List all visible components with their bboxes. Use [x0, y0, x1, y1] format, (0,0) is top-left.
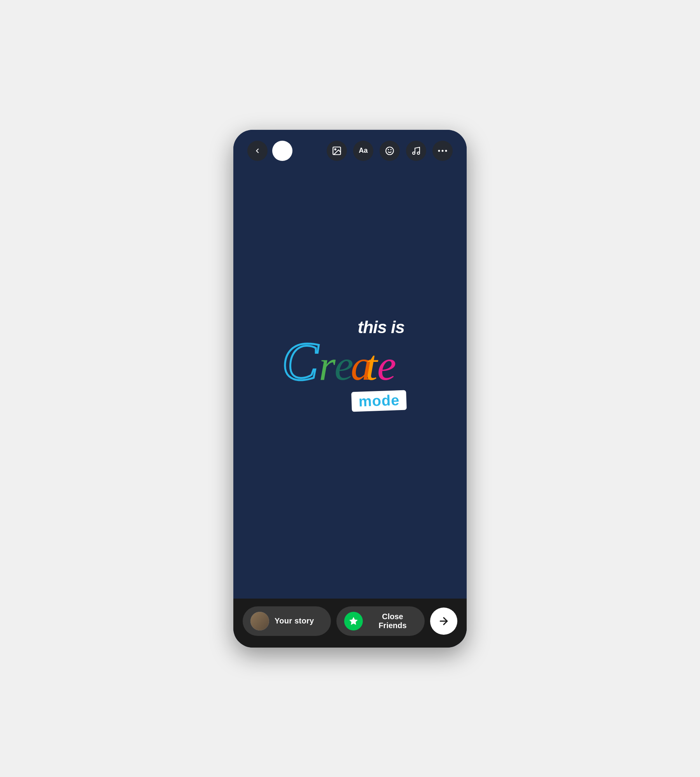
svg-point-6 [442, 150, 444, 152]
toolbar: Aa [233, 130, 467, 167]
music-icon [411, 146, 421, 155]
svg-text:C: C [282, 331, 319, 391]
more-icon [438, 150, 447, 152]
svg-point-7 [445, 150, 447, 152]
mode-text: mode [358, 392, 400, 410]
text-button[interactable]: Aa [353, 141, 373, 161]
avatar [250, 612, 269, 630]
send-arrow-icon [438, 615, 450, 627]
svg-point-5 [438, 150, 440, 152]
close-friends-button[interactable]: Close Friends [336, 606, 425, 636]
sticker-icon [385, 146, 395, 156]
your-story-button[interactable]: Your story [243, 606, 331, 636]
svg-text:r: r [319, 342, 336, 389]
svg-text:t: t [366, 342, 378, 389]
bottom-bar: Your story Close Friends [233, 599, 467, 648]
back-icon [253, 146, 262, 155]
text-icon: Aa [359, 147, 368, 155]
your-story-label: Your story [275, 616, 314, 625]
media-button[interactable] [327, 141, 347, 161]
avatar-image [250, 612, 269, 630]
phone-frame: Aa [233, 130, 467, 648]
svg-text:e: e [377, 342, 396, 389]
circle-mode-button[interactable] [272, 141, 292, 161]
more-button[interactable] [432, 141, 453, 161]
close-friends-icon [344, 612, 363, 630]
create-svg: C r e a t e [280, 329, 424, 399]
star-icon [348, 616, 359, 626]
close-friends-label: Close Friends [368, 612, 417, 630]
music-button[interactable] [406, 141, 426, 161]
create-mode-graphic: this is C r e a t e mode [272, 314, 428, 415]
send-button[interactable] [430, 608, 457, 635]
media-icon [332, 146, 342, 156]
toolbar-right: Aa [327, 141, 453, 161]
svg-point-2 [386, 147, 394, 155]
back-button[interactable] [247, 141, 268, 161]
toolbar-left [247, 141, 292, 161]
canvas-area: this is C r e a t e mode [233, 130, 467, 599]
svg-point-1 [335, 148, 336, 150]
sticker-button[interactable] [380, 141, 400, 161]
mode-container: mode [351, 390, 407, 412]
